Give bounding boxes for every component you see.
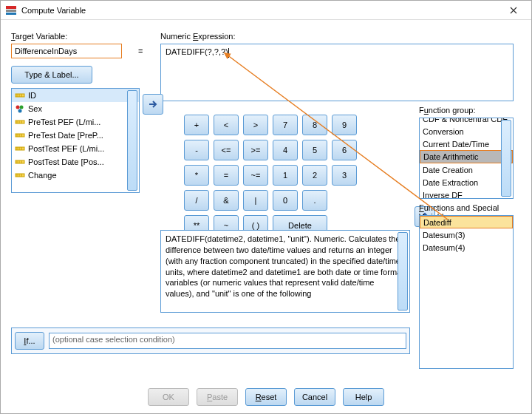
keypad-[interactable]: + bbox=[184, 115, 209, 135]
keypad-[interactable]: ~= bbox=[243, 165, 268, 186]
function-group-item[interactable]: Current Date/Time bbox=[420, 138, 513, 150]
compute-variable-dialog: Compute Variable Target Variable: = Type… bbox=[0, 0, 532, 414]
variable-item[interactable]: PreTest Date [PreP... bbox=[12, 129, 139, 142]
function-group-list[interactable]: CDF & Noncentral CDFConversionCurrent Da… bbox=[419, 118, 514, 199]
help-button[interactable]: Help bbox=[343, 388, 384, 406]
reset-button[interactable]: Reset bbox=[245, 388, 287, 406]
equals-label: = bbox=[138, 47, 143, 55]
cancel-button[interactable]: Cancel bbox=[294, 388, 335, 406]
function-group-item[interactable]: Inverse DF bbox=[420, 189, 513, 199]
dialog-button-row: OK Paste Reset Cancel Help bbox=[1, 388, 531, 406]
function-item[interactable]: Datesum(3) bbox=[420, 228, 513, 241]
keypad-[interactable]: & bbox=[214, 190, 239, 211]
scrollbar[interactable] bbox=[398, 232, 408, 310]
titlebar: Compute Variable bbox=[1, 1, 531, 20]
function-group-item[interactable]: CDF & Noncentral CDF bbox=[420, 118, 513, 125]
variable-label: PostTest Date [Pos... bbox=[28, 157, 104, 166]
variable-label: PreTest Date [PreP... bbox=[28, 131, 103, 140]
functions-list[interactable]: DatediffDatesum(3)Datesum(4) bbox=[419, 215, 514, 369]
window-title: Compute Variable bbox=[21, 6, 500, 15]
keypad-[interactable]: = bbox=[214, 165, 239, 186]
arrow-right-icon bbox=[148, 100, 158, 109]
keypad-1[interactable]: 1 bbox=[273, 165, 298, 186]
keypad-2[interactable]: 2 bbox=[302, 165, 327, 186]
numeric-expression-label: Numeric Expression: bbox=[160, 32, 236, 41]
variable-label: PreTest PEF (L/mi... bbox=[28, 118, 100, 126]
variable-label: PostTest PEF (L/mi... bbox=[28, 144, 104, 153]
variable-label: Sex bbox=[28, 104, 42, 113]
keypad-[interactable]: >= bbox=[243, 140, 268, 160]
ruler-icon bbox=[15, 117, 25, 127]
variable-item[interactable]: Change bbox=[12, 169, 139, 182]
type-label-button[interactable]: Type & Label... bbox=[11, 66, 92, 84]
function-item[interactable]: Datesum(4) bbox=[420, 241, 513, 254]
svg-rect-0 bbox=[6, 6, 16, 9]
function-item[interactable]: Datediff bbox=[420, 216, 513, 228]
target-variable-label: Target Variable: bbox=[11, 32, 67, 41]
variable-list[interactable]: IDSexPreTest PEF (L/mi...PreTest Date [P… bbox=[11, 88, 140, 193]
app-icon bbox=[5, 4, 17, 16]
keypad-9[interactable]: 9 bbox=[332, 115, 357, 135]
function-description: DATEDIFF(datetime2, datetime1, "unit"). … bbox=[160, 230, 410, 313]
svg-rect-1 bbox=[6, 10, 16, 12]
ok-button[interactable]: OK bbox=[148, 388, 189, 406]
keypad-5[interactable]: 5 bbox=[302, 140, 327, 160]
function-group-item[interactable]: Conversion bbox=[420, 125, 513, 138]
scrollbar[interactable] bbox=[501, 120, 511, 197]
nominal-icon bbox=[15, 104, 25, 114]
ruler-icon bbox=[15, 143, 25, 154]
keypad-[interactable]: / bbox=[184, 190, 209, 211]
variable-label: Change bbox=[28, 171, 57, 180]
svg-point-7 bbox=[16, 106, 20, 109]
target-variable-input[interactable] bbox=[11, 44, 122, 58]
scrollbar[interactable] bbox=[127, 90, 137, 191]
if-condition-input[interactable]: (optional case selection condition) bbox=[49, 333, 406, 349]
keypad-[interactable]: - bbox=[184, 140, 209, 160]
ruler-icon bbox=[15, 90, 25, 101]
keypad-6[interactable]: 6 bbox=[332, 140, 357, 160]
keypad-[interactable]: < bbox=[214, 115, 239, 135]
variable-label: ID bbox=[28, 91, 36, 100]
keypad-[interactable]: > bbox=[243, 115, 268, 135]
expression-input[interactable]: DATEDIFF(?,?,?) bbox=[160, 44, 514, 101]
svg-point-9 bbox=[18, 109, 22, 113]
function-group-label: Function group: bbox=[419, 106, 475, 115]
keypad-[interactable]: . bbox=[302, 190, 327, 211]
function-group-item[interactable]: Date Extraction bbox=[420, 176, 513, 189]
variable-item[interactable]: Sex bbox=[12, 102, 139, 115]
variable-item[interactable]: PostTest PEF (L/mi... bbox=[12, 142, 139, 155]
keypad-8[interactable]: 8 bbox=[302, 115, 327, 135]
ruler-icon bbox=[15, 157, 25, 167]
move-to-expression-button[interactable] bbox=[143, 94, 163, 115]
keypad-[interactable]: <= bbox=[214, 140, 239, 160]
if-condition-row: If... (optional case selection condition… bbox=[11, 328, 410, 354]
keypad-[interactable]: | bbox=[243, 190, 268, 211]
svg-rect-2 bbox=[6, 13, 16, 15]
keypad-[interactable]: * bbox=[184, 165, 209, 186]
keypad-7[interactable]: 7 bbox=[273, 115, 298, 135]
keypad-3[interactable]: 3 bbox=[332, 165, 357, 186]
close-icon bbox=[510, 7, 517, 14]
function-group-item[interactable]: Date Arithmetic bbox=[420, 150, 513, 163]
variable-item[interactable]: PreTest PEF (L/mi... bbox=[12, 115, 139, 129]
paste-button[interactable]: Paste bbox=[197, 388, 238, 406]
variable-item[interactable]: ID bbox=[12, 89, 139, 102]
svg-point-8 bbox=[20, 106, 24, 109]
variable-item[interactable]: PostTest Date [Pos... bbox=[12, 155, 139, 169]
if-button[interactable]: If... bbox=[15, 332, 44, 350]
function-group-item[interactable]: Date Creation bbox=[420, 163, 513, 176]
ruler-icon bbox=[15, 130, 25, 140]
ruler-icon bbox=[15, 170, 25, 180]
keypad: +<>789-<=>=456*=~=123/&|0.**~( )Delete bbox=[184, 115, 357, 240]
close-button[interactable] bbox=[500, 2, 527, 18]
keypad-4[interactable]: 4 bbox=[273, 140, 298, 160]
keypad-0[interactable]: 0 bbox=[273, 190, 298, 211]
